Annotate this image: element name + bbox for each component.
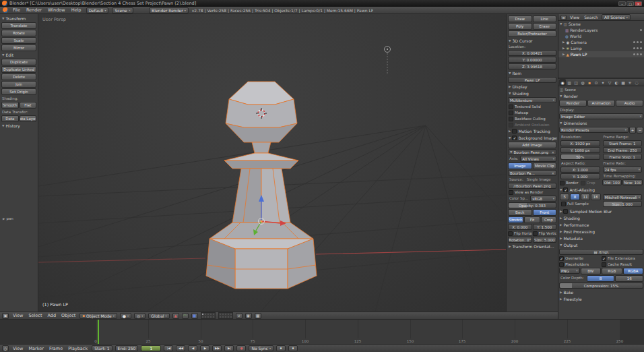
resolution-y-field[interactable]: Y: 1080 px bbox=[560, 147, 600, 153]
render-pres ets-dropdown[interactable]: Render Presets▾ bbox=[559, 127, 629, 133]
aa-samples-8-button[interactable]: 8 bbox=[570, 194, 579, 200]
timeline-menu-frame[interactable]: Frame bbox=[48, 346, 64, 351]
aa-samples-5-button[interactable]: 5 bbox=[560, 194, 569, 200]
gp-poly-button[interactable]: Poly bbox=[508, 23, 532, 30]
motion-tracking-checkbox[interactable] bbox=[512, 129, 517, 134]
menu-file[interactable]: File bbox=[11, 7, 22, 13]
tab-particles[interactable]: ✳ bbox=[626, 79, 633, 86]
aa-samples-16-button[interactable]: 16 bbox=[591, 194, 600, 200]
sync-dropdown[interactable]: No Sync▾ bbox=[249, 345, 273, 351]
3d-viewport[interactable]: User Persp (1) Pawn LP bbox=[38, 14, 506, 312]
edit-panel-header[interactable]: ▼Edit bbox=[1, 52, 37, 58]
aa-samples-11-button[interactable]: 11 bbox=[581, 194, 590, 200]
anti-aliasing-checkbox[interactable]: ✓ bbox=[563, 187, 568, 192]
tab-modifiers[interactable]: ✦ bbox=[600, 79, 606, 86]
viewport-shading-dropdown[interactable]: ●▾ bbox=[120, 313, 131, 319]
ambient-occlusion-checkbox[interactable] bbox=[509, 123, 513, 127]
remove-image-icon[interactable]: ✕ bbox=[552, 150, 554, 154]
manipulator-translate-toggle[interactable]: ▲ bbox=[172, 313, 179, 319]
minimize-button[interactable]: – bbox=[618, 1, 626, 6]
cursor-panel-header[interactable]: ▼3D Cursor bbox=[507, 38, 557, 44]
placeholders-checkbox[interactable] bbox=[559, 262, 564, 267]
renderability-toggle[interactable] bbox=[640, 41, 642, 43]
timeline-menu-view[interactable]: View bbox=[11, 346, 24, 351]
timeline-menu-marker[interactable]: Marker bbox=[27, 346, 44, 351]
tab-scene[interactable]: ◫ bbox=[573, 79, 579, 86]
tab-object[interactable]: ▪ bbox=[586, 79, 593, 86]
blender-menu-icon[interactable] bbox=[3, 7, 8, 13]
scale-button[interactable]: Scale bbox=[1, 37, 36, 44]
set-origin-button[interactable]: Set Origin bbox=[1, 88, 36, 95]
image-filepath-field[interactable]: //Bourbon Pawn.png bbox=[508, 183, 556, 189]
join-button[interactable]: Join bbox=[1, 81, 36, 88]
outliner-row-pawn[interactable]: ▶ ▲ Pawn LP bbox=[558, 51, 644, 57]
render-audio-button[interactable]: Audio bbox=[616, 100, 643, 107]
tab-physics[interactable]: ◌ bbox=[633, 79, 640, 86]
rotate-button[interactable]: Rotate bbox=[1, 30, 36, 36]
view3d-menu-object[interactable]: Object bbox=[60, 313, 77, 318]
background-images-checkbox[interactable]: ✓ bbox=[512, 136, 517, 140]
render-display-dropdown[interactable]: Image Editor▾ bbox=[559, 113, 643, 119]
visibility-toggle[interactable] bbox=[633, 53, 635, 55]
duplicate-button[interactable]: Duplicate bbox=[1, 59, 36, 65]
anti-aliasing-panel-header[interactable]: ▼✓Anti-Aliasing bbox=[558, 187, 644, 193]
record-button[interactable]: ● bbox=[236, 345, 246, 351]
time-remap-new-field[interactable]: New: 100 bbox=[622, 179, 643, 185]
cursor-y-field[interactable]: Y: 0.00000 bbox=[508, 57, 556, 63]
previous-keyframe-button[interactable]: ◀◀ bbox=[176, 345, 185, 351]
maximize-button[interactable]: ▢ bbox=[626, 1, 634, 6]
flip-vertical-checkbox[interactable] bbox=[533, 231, 538, 236]
full-sample-checkbox[interactable] bbox=[561, 202, 566, 206]
menu-render[interactable]: Render bbox=[25, 7, 43, 13]
opengl-render-anim-button[interactable]: ▦ bbox=[255, 313, 261, 319]
shading-mode-dropdown[interactable]: Multitexture▾ bbox=[508, 97, 556, 103]
visibility-toggle[interactable] bbox=[633, 41, 635, 43]
cursor-z-field[interactable]: Z: 3.99618 bbox=[508, 63, 556, 69]
outliner-menu-search[interactable]: Search bbox=[583, 15, 600, 20]
keying-set-icon[interactable]: ♦ bbox=[276, 345, 286, 351]
bake-panel-header[interactable]: ▶Bake bbox=[558, 289, 644, 295]
aspect-y-field[interactable]: Y: 1.000 bbox=[560, 173, 600, 179]
selectability-toggle[interactable] bbox=[637, 53, 639, 55]
play-button[interactable]: ▶ bbox=[200, 345, 210, 351]
transform-orientations-panel-header[interactable]: ▶Transform Orientat... bbox=[507, 243, 557, 250]
cursor-x-field[interactable]: X: 0.00421 bbox=[508, 50, 556, 56]
view3d-menu-select[interactable]: Select bbox=[27, 313, 43, 318]
data-layout-button[interactable]: Data Layout bbox=[20, 115, 37, 122]
layers-grid-2[interactable] bbox=[218, 312, 233, 319]
tab-render-layers[interactable]: ▥ bbox=[566, 79, 573, 86]
renderable-toggle[interactable] bbox=[640, 29, 642, 31]
color-rgba-toggle[interactable]: RGBA bbox=[623, 268, 644, 274]
shade-flat-button[interactable]: Flat bbox=[20, 102, 37, 109]
pivot-point-dropdown[interactable]: ◎▾ bbox=[134, 313, 146, 319]
gp-draw-button[interactable]: Draw bbox=[508, 16, 532, 22]
data-button[interactable]: Data bbox=[1, 115, 19, 122]
start-frame-field[interactable]: Start Frame: 1 bbox=[603, 140, 643, 146]
overwrite-checkbox[interactable]: ✓ bbox=[559, 256, 564, 261]
flip-horizontal-checkbox[interactable] bbox=[508, 231, 513, 236]
axis-dropdown[interactable]: All Views▾ bbox=[520, 156, 556, 162]
bg-fit-toggle[interactable]: Fit bbox=[524, 216, 540, 223]
bg-source-movie-toggle[interactable]: Movie Clip bbox=[533, 163, 557, 169]
aspect-x-field[interactable]: X: 1.000 bbox=[560, 167, 600, 173]
shading-panel-header[interactable]: ▼Shading bbox=[507, 90, 557, 96]
duplicate-linked-button[interactable]: Duplicate Linked bbox=[1, 66, 36, 73]
outliner-editor-icon[interactable]: ≡ bbox=[560, 15, 567, 20]
opengl-render-button[interactable]: ◉ bbox=[245, 313, 252, 319]
view3d-menu-view[interactable]: View bbox=[11, 313, 24, 318]
dimensions-panel-header[interactable]: ▼Dimensions bbox=[558, 120, 644, 126]
delete-button[interactable]: Delete bbox=[1, 74, 36, 80]
render-still-button[interactable]: Render bbox=[559, 100, 587, 107]
next-keyframe-button[interactable]: ▶▶ bbox=[212, 345, 222, 351]
translate-button[interactable]: Translate bbox=[1, 22, 36, 29]
bg-front-toggle[interactable]: Front bbox=[533, 209, 557, 216]
object-name-field[interactable]: Pawn LP bbox=[508, 77, 556, 83]
current-frame-field[interactable]: 1 bbox=[141, 345, 161, 351]
transform-panel-header[interactable]: ▼Transform bbox=[1, 16, 37, 22]
item-panel-header[interactable]: ▼Item bbox=[507, 70, 557, 76]
bg-stretch-toggle[interactable]: Stretch bbox=[508, 216, 523, 223]
timeline-editor-type-dropdown[interactable]: ◷ bbox=[2, 345, 9, 351]
tab-object-data[interactable]: ▽ bbox=[606, 79, 613, 86]
play-reverse-button[interactable]: ◀ bbox=[188, 345, 197, 351]
manipulator-scale-toggle[interactable]: ■ bbox=[191, 313, 198, 319]
